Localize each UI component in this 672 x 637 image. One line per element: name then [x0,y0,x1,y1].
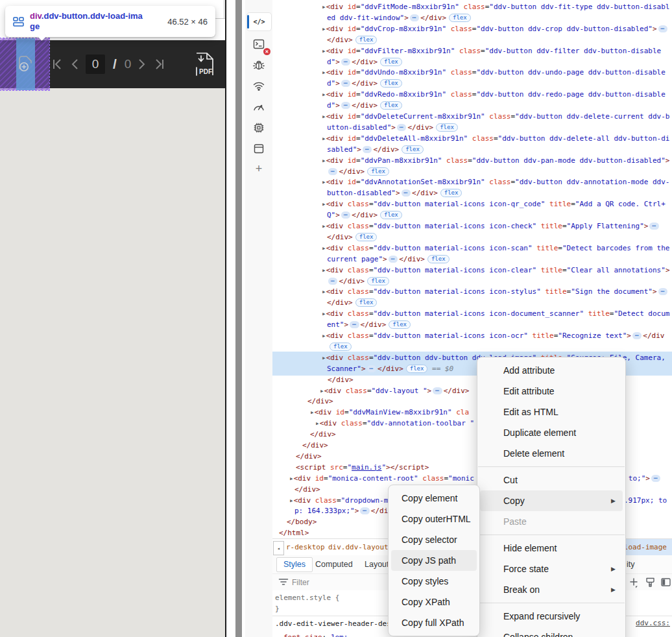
expand-inline-button[interactable]: ⋯ [341,80,350,87]
menu-item-edit-as-html[interactable]: Edit as HTML [480,402,623,422]
code-line[interactable]: </div>flex [327,232,377,243]
code-line[interactable]: ▸<div class="ddv-button material-icons i… [322,287,669,298]
code-line[interactable]: d">⋯</div>flex [327,101,402,112]
css-declaration[interactable]: font-size: 1em; [283,632,348,637]
expand-arrow-icon[interactable]: ▸ [322,68,326,77]
code-line[interactable]: button-disabled">⋯</div>flex [327,188,462,199]
flex-badge[interactable]: flex [380,79,402,88]
flex-badge[interactable]: flex [355,233,378,241]
code-line[interactable]: <script src="main.js"></script> [296,463,429,474]
load-image-icon[interactable] [14,53,36,75]
code-line[interactable]: ▸<div class="ddv-button material-icons i… [322,199,666,210]
flex-badge[interactable]: flex [402,145,424,154]
code-line[interactable]: flex [327,342,352,353]
code-line[interactable]: ▸<div class="ddv-layout ">⋯</div> [320,386,469,397]
expand-arrow-icon[interactable]: ▸ [320,387,324,395]
code-line[interactable]: </div> [310,429,336,440]
flex-badge[interactable]: flex [355,298,378,307]
flex-badge[interactable]: flex [380,211,402,219]
flex-badge[interactable]: flex [449,14,471,22]
menu-item-force-state[interactable]: Force state▶ [480,559,623,579]
code-line[interactable]: p: 164.333px;">⋯</div> [294,506,397,517]
code-line[interactable]: </div>flex [327,298,377,309]
expand-arrow-icon[interactable]: ▸ [322,354,326,362]
expand-inline-button[interactable]: ⋯ [397,124,406,131]
menu-item-cut[interactable]: Cut [480,470,623,490]
code-line[interactable]: ent">⋯</div>flex [327,320,411,331]
css-rule-selector[interactable]: .ddv-edit-viewer-header-des [275,619,391,629]
expand-arrow-icon[interactable]: ▸ [322,90,326,99]
expand-inline-button[interactable]: ⋯ [649,222,658,230]
code-line[interactable]: ▸<div id="ddvCrop-m8xxibr91n" class="ddv… [322,24,669,35]
code-line[interactable]: ▸<div class="ddv-button material-icons i… [322,331,664,342]
code-line[interactable]: d">⋯</div>flex [327,78,402,90]
expand-arrow-icon[interactable]: ▸ [322,3,326,11]
menu-item-edit-attribute[interactable]: Edit attribute [480,381,623,402]
submenu-item-copy-xpath[interactable]: Copy XPath [391,592,477,612]
code-line[interactable]: Scanner">⋯</div>flex == $0 [327,364,453,375]
expand-arrow-icon[interactable]: ▸ [322,200,326,208]
expand-inline-button[interactable]: ⋯ [341,102,350,109]
code-line[interactable]: ▸<div id="ddvDeleteAll-m8xxibr91n" class… [322,134,669,145]
expand-arrow-icon[interactable]: ▸ [310,408,315,416]
expand-arrow-icon[interactable]: ▸ [322,112,326,121]
expand-arrow-icon[interactable]: ▸ [289,474,294,483]
memory-icon[interactable] [245,119,272,137]
menu-item-delete-element[interactable]: Delete element [480,443,623,464]
toggle-element-state-button[interactable] [645,577,656,588]
flex-badge[interactable]: flex [389,320,411,329]
expand-inline-button[interactable]: ⋯ [341,58,350,66]
previous-page-button[interactable] [70,58,79,71]
code-line[interactable]: ▸<div id="ddvDeleteCurrent-m8xxibr91n" c… [322,112,669,123]
expand-arrow-icon[interactable]: ▸ [322,309,326,318]
code-line[interactable]: </div> [294,485,320,496]
code-line[interactable]: utton-disabled">⋯</div>flex [327,123,458,134]
code-line[interactable]: ⋯</div>flex [327,167,389,178]
code-line[interactable]: Q">⋯</div>flex [327,210,402,221]
code-line[interactable]: ▸<div id="ddvRedo-m8xxibr91n" class="ddv… [322,90,666,101]
elements-panel-tab[interactable]: </> [247,13,271,30]
performance-icon[interactable] [245,98,272,116]
flex-badge[interactable]: flex [440,189,462,197]
expand-inline-button[interactable]: ⋯ [632,332,642,339]
code-line[interactable]: ▸<div id="ddvUndo-m8xxibr91n" class="ddv… [322,67,666,78]
code-line[interactable]: ▸<div class="ddv-button material-icons i… [322,221,660,232]
expand-arrow-icon[interactable]: ▸ [322,178,326,186]
expand-inline-button[interactable]: ⋯ [350,321,359,328]
tools-icon[interactable] [245,0,272,9]
expand-inline-button[interactable]: ⋯ [651,475,660,482]
expand-arrow-icon[interactable]: ▸ [315,419,320,427]
flex-badge[interactable]: flex [427,255,450,263]
tab-styles[interactable]: Styles [276,557,313,572]
code-line[interactable]: sabled">⋯</div>flex [327,145,424,156]
expand-arrow-icon[interactable]: ▸ [322,134,326,143]
code-line[interactable]: </div>flex [327,35,377,46]
code-line[interactable]: ⋯</div>flex [327,276,389,287]
expand-inline-button[interactable]: ⋯ [433,387,442,394]
expand-inline-button[interactable]: ⋯ [341,211,350,219]
element-style-rule-open[interactable]: element.style { [275,593,339,603]
code-line[interactable]: d">⋯</div>flex [327,57,402,68]
submenu-item-copy-js-path[interactable]: Copy JS path [391,550,477,571]
flex-badge[interactable]: flex [330,343,352,351]
code-line[interactable]: </body> [287,517,317,528]
expand-arrow-icon[interactable]: ▸ [322,156,326,165]
code-line[interactable]: ▸<div id="ddvFilter-m8xxibr91n" class="d… [322,46,661,57]
code-line[interactable]: ▸<div class="ddv-button material-icons i… [322,309,669,320]
code-line[interactable]: ed ddv-fit-window">⋯</div>flex [327,13,471,24]
code-line[interactable]: ▸<div class="ddv-button material-icons i… [322,265,670,276]
current-page-indicator[interactable]: 0 [86,54,105,74]
expand-inline-button[interactable]: ⋯ [389,256,398,263]
last-page-button[interactable] [153,58,165,71]
code-line[interactable]: </div> [302,440,328,451]
expand-inline-button[interactable]: ⋯ [360,507,369,514]
expand-arrow-icon[interactable]: ▸ [289,496,294,505]
expand-inline-button[interactable]: ⋯ [367,365,376,372]
menu-item-copy[interactable]: Copy▶ [480,490,623,511]
menu-item-expand-recursively[interactable]: Expand recursively [480,606,623,627]
code-line[interactable]: </div> [307,396,333,407]
submenu-item-copy-outerhtml[interactable]: Copy outerHTML [391,509,477,529]
expand-arrow-icon[interactable]: ▸ [322,222,326,230]
expand-inline-button[interactable]: ⋯ [658,25,667,32]
expand-arrow-icon[interactable]: ▸ [322,287,326,296]
